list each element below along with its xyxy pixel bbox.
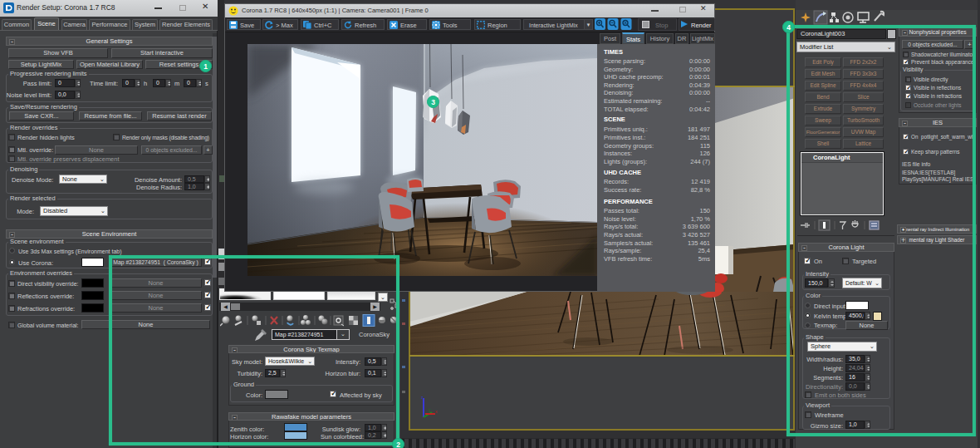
svg-text:x: x	[435, 409, 438, 414]
svg-text:y: y	[429, 407, 431, 412]
